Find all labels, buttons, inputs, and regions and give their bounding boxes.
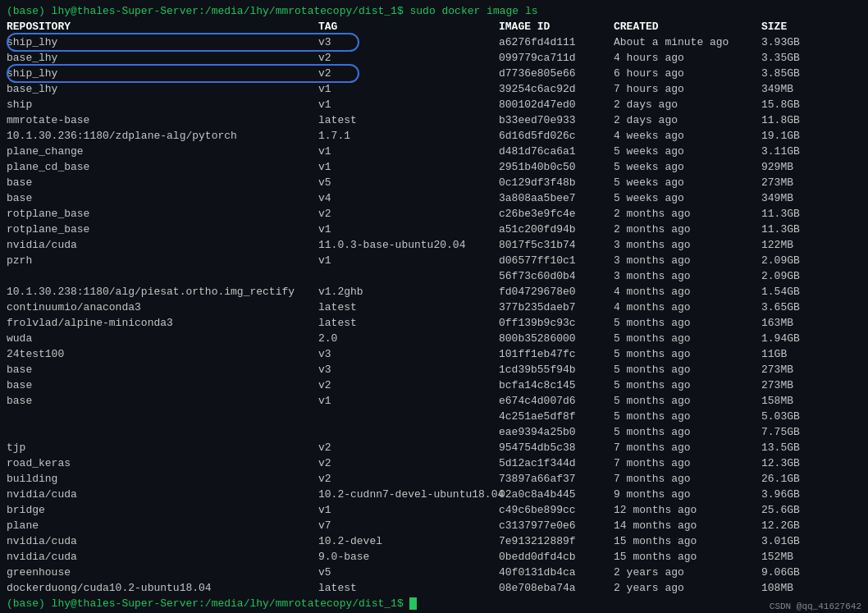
table-row: 56f73c60d0b43 months ago2.09GB bbox=[7, 268, 861, 284]
cursor bbox=[409, 597, 417, 610]
cell-tag: latest bbox=[318, 112, 499, 128]
cell-size: 3.93GB bbox=[761, 34, 800, 50]
table-row: 10.1.30.238:1180/alg/piesat.ortho.img_re… bbox=[7, 284, 861, 300]
cell-repo: road_keras bbox=[7, 455, 318, 471]
table-header: REPOSITORYTAGIMAGE IDCREATEDSIZE bbox=[7, 19, 861, 34]
cell-created: 2 days ago bbox=[614, 97, 761, 112]
table-row: 10.1.30.236:1180/zdplane-alg/pytorch1.7.… bbox=[7, 128, 861, 144]
prompt: (base) lhy@thales-Super-Server:/media/lh… bbox=[7, 3, 538, 19]
cell-repo: wuda bbox=[7, 331, 318, 346]
cell-tag: v1 bbox=[318, 393, 499, 409]
cell-repo: mmrotate-base bbox=[7, 112, 318, 128]
header-size: SIZE bbox=[761, 19, 787, 34]
cell-size: 3.11GB bbox=[761, 144, 800, 159]
cell-tag: latest bbox=[318, 315, 499, 331]
cell-size: 11.8GB bbox=[761, 112, 800, 128]
cell-size: 152MB bbox=[761, 549, 793, 565]
cell-created: 12 months ago bbox=[614, 502, 761, 518]
cell-created: 5 months ago bbox=[614, 393, 761, 409]
cell-tag: v2 bbox=[318, 455, 499, 471]
cell-repo: ship_lhy bbox=[7, 66, 318, 81]
cell-repo: dockerduong/cuda10.2-ubuntu18.04 bbox=[7, 580, 318, 596]
table-row: greenhousev540f0131db4ca2 years ago9.06G… bbox=[7, 565, 861, 580]
cell-created: 4 months ago bbox=[614, 284, 761, 300]
cell-size: 7.75GB bbox=[761, 424, 800, 440]
cell-repo: base bbox=[7, 393, 318, 409]
table-row: dockerduong/cuda10.2-ubuntu18.04latest08… bbox=[7, 580, 861, 596]
cell-created: 15 months ago bbox=[614, 533, 761, 549]
cell-id: 56f73c60d0b4 bbox=[499, 268, 614, 284]
cell-tag: v7 bbox=[318, 518, 499, 533]
cell-id: 08e708eba74a bbox=[499, 580, 614, 596]
cell-tag: v5 bbox=[318, 175, 499, 190]
cell-size: 3.65GB bbox=[761, 300, 800, 315]
cell-tag: v2 bbox=[318, 471, 499, 487]
cell-repo: base bbox=[7, 362, 318, 377]
cell-id: 0ff139b9c93c bbox=[499, 315, 614, 331]
cell-size: 349MB bbox=[761, 190, 793, 206]
cell-tag: v1.2ghb bbox=[318, 284, 499, 300]
command-line: (base) lhy@thales-Super-Server:/media/lh… bbox=[7, 3, 861, 19]
cell-repo: 24test100 bbox=[7, 346, 318, 362]
cell-id: 1cd39b55f94b bbox=[499, 362, 614, 377]
table-row: 24test100v3101ff1eb47fc5 months ago11GB bbox=[7, 346, 861, 362]
table-row: eae9394a25b05 months ago7.75GB bbox=[7, 424, 861, 440]
cell-tag: v3 bbox=[318, 362, 499, 377]
cell-created: 7 months ago bbox=[614, 455, 761, 471]
cell-created: 5 weeks ago bbox=[614, 144, 761, 159]
table-row: mmrotate-baselatestb33eed70e9332 days ag… bbox=[7, 112, 861, 128]
table-row: shipv1800102d47ed02 days ago15.8GB bbox=[7, 97, 861, 112]
cell-id: 3a808aa5bee7 bbox=[499, 190, 614, 206]
cell-created: 7 months ago bbox=[614, 440, 761, 455]
cell-created: 5 weeks ago bbox=[614, 175, 761, 190]
cell-id: eae9394a25b0 bbox=[499, 424, 614, 440]
cell-id: 800b35286000 bbox=[499, 331, 614, 346]
cell-id: e674c4d007d6 bbox=[499, 393, 614, 409]
table-row: base_lhyv139254c6ac92d7 hours ago349MB bbox=[7, 81, 861, 97]
table-body: ship_lhyv3a6276fd4d111About a minute ago… bbox=[7, 34, 861, 596]
table-row: ship_lhyv3a6276fd4d111About a minute ago… bbox=[7, 34, 861, 50]
cell-id: 099779ca711d bbox=[499, 50, 614, 66]
cell-created: 2 months ago bbox=[614, 206, 761, 222]
table-row: buildingv273897a66af377 months ago26.1GB bbox=[7, 471, 861, 487]
cell-size: 929MB bbox=[761, 159, 793, 175]
cell-tag: v4 bbox=[318, 190, 499, 206]
cell-id: c49c6be899cc bbox=[499, 502, 614, 518]
cell-created: 6 hours ago bbox=[614, 66, 761, 81]
cell-created: 5 months ago bbox=[614, 424, 761, 440]
table-row: basev2bcfa14c8c1455 months ago273MB bbox=[7, 377, 861, 393]
cell-tag: latest bbox=[318, 300, 499, 315]
end-prompt-line: (base) lhy@thales-Super-Server:/media/lh… bbox=[7, 596, 861, 611]
cell-tag: v1 bbox=[318, 222, 499, 237]
cell-repo: base bbox=[7, 377, 318, 393]
cell-repo: nvidia/cuda bbox=[7, 487, 318, 502]
cell-id: 8017f5c31b74 bbox=[499, 237, 614, 253]
cell-size: 12.2GB bbox=[761, 518, 800, 533]
cell-id: 39254c6ac92d bbox=[499, 81, 614, 97]
cell-tag: latest bbox=[318, 580, 499, 596]
cell-size: 2.09GB bbox=[761, 253, 800, 268]
cell-created: 9 months ago bbox=[614, 487, 761, 502]
cell-id: 101ff1eb47fc bbox=[499, 346, 614, 362]
cell-size: 11.3GB bbox=[761, 206, 800, 222]
cell-created: 4 weeks ago bbox=[614, 128, 761, 144]
cell-size: 25.6GB bbox=[761, 502, 800, 518]
cell-created: 5 months ago bbox=[614, 377, 761, 393]
cell-repo: nvidia/cuda bbox=[7, 549, 318, 565]
table-row: basev31cd39b55f94b5 months ago273MB bbox=[7, 362, 861, 377]
cell-id: fd04729678e0 bbox=[499, 284, 614, 300]
cell-size: 1.54GB bbox=[761, 284, 800, 300]
cell-created: 3 months ago bbox=[614, 268, 761, 284]
cell-created: 2 days ago bbox=[614, 112, 761, 128]
cell-repo: rotplane_base bbox=[7, 206, 318, 222]
table-row: basev50c129df3f48b5 weeks ago273MB bbox=[7, 175, 861, 190]
cell-size: 12.3GB bbox=[761, 455, 800, 471]
cell-id: bcfa14c8c145 bbox=[499, 377, 614, 393]
cell-id: 0bedd0dfd4cb bbox=[499, 549, 614, 565]
cell-tag: v2 bbox=[318, 50, 499, 66]
cell-tag: v1 bbox=[318, 253, 499, 268]
cell-tag: v1 bbox=[318, 97, 499, 112]
cell-created: 2 years ago bbox=[614, 565, 761, 580]
cell-created: 4 months ago bbox=[614, 300, 761, 315]
cell-repo: bridge bbox=[7, 502, 318, 518]
